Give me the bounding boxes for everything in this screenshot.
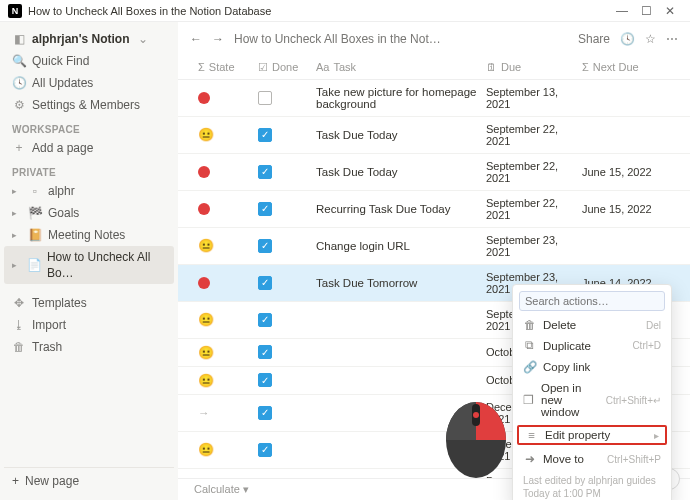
cell-state[interactable] — [194, 80, 254, 116]
cell-task[interactable] — [312, 302, 482, 338]
cell-done[interactable]: ✓ — [254, 367, 312, 394]
close-button[interactable]: ✕ — [658, 4, 682, 18]
checkbox[interactable]: ✓ — [258, 239, 272, 253]
cell-done[interactable]: ✓ — [254, 228, 312, 264]
cell-task[interactable]: Change login URL — [312, 228, 482, 264]
cell-next-due[interactable]: June 15, 2022 — [578, 191, 668, 227]
caret-icon[interactable]: ▸ — [12, 227, 22, 243]
cell-done[interactable]: ✓ — [254, 154, 312, 190]
col-task[interactable]: AaTask — [312, 56, 482, 79]
caret-icon[interactable]: ▸ — [12, 205, 22, 221]
menu-duplicate[interactable]: ⧉DuplicateCtrl+D — [513, 335, 671, 356]
share-button[interactable]: Share — [578, 32, 610, 46]
checkbox[interactable]: ✓ — [258, 276, 272, 290]
cell-next-due[interactable] — [578, 80, 668, 116]
search-icon: 🔍 — [12, 53, 26, 69]
column-headers: ΣState ☑Done AaTask 🗓Due ΣNext Due — [178, 56, 690, 80]
cell-due[interactable]: September 23, 2021 — [482, 228, 578, 264]
menu-open-new-window[interactable]: ❐Open in new windowCtrl+Shift+↵ — [513, 378, 671, 422]
table-row[interactable]: Take new picture for homepage background… — [178, 80, 690, 117]
cell-state[interactable] — [194, 117, 254, 153]
minimize-button[interactable]: — — [610, 4, 634, 18]
cell-done[interactable]: ✓ — [254, 339, 312, 366]
cell-due[interactable]: September 22, 2021 — [482, 117, 578, 153]
cell-task[interactable]: Take new picture for homepage background — [312, 80, 482, 116]
breadcrumb[interactable]: How to Uncheck All Boxes in the Not… — [234, 32, 441, 46]
cell-due[interactable]: September 22, 2021 — [482, 154, 578, 190]
cell-done[interactable]: ✓ — [254, 265, 312, 301]
checkbox[interactable]: ✓ — [258, 202, 272, 216]
cell-task[interactable]: Task Due Today — [312, 117, 482, 153]
cell-state[interactable] — [194, 191, 254, 227]
col-state[interactable]: ΣState — [194, 56, 254, 79]
cell-task[interactable] — [312, 339, 482, 366]
settings-members[interactable]: ⚙Settings & Members — [4, 94, 174, 116]
caret-icon[interactable]: ▸ — [12, 183, 22, 199]
col-due[interactable]: 🗓Due — [482, 56, 578, 79]
cell-next-due[interactable] — [578, 117, 668, 153]
workspace-switcher[interactable]: ◧ alphrjan's Notion ⌄ — [4, 28, 174, 50]
cell-task[interactable]: Recurring Task Due Today — [312, 191, 482, 227]
sidebar-page-goals[interactable]: ▸🏁Goals — [4, 202, 174, 224]
checkbox[interactable]: ✓ — [258, 165, 272, 179]
cell-next-due[interactable] — [578, 228, 668, 264]
updates-icon[interactable]: 🕓 — [620, 32, 635, 46]
new-page[interactable]: +New page — [4, 467, 174, 494]
menu-copy-link[interactable]: 🔗Copy link — [513, 356, 671, 378]
trash[interactable]: 🗑Trash — [4, 336, 174, 358]
back-button[interactable]: ← — [190, 32, 202, 46]
cell-done[interactable]: ✓ — [254, 395, 312, 431]
col-done[interactable]: ☑Done — [254, 56, 312, 79]
menu-edit-property[interactable]: ≡Edit property▸ — [519, 427, 665, 443]
quick-find[interactable]: 🔍Quick Find — [4, 50, 174, 72]
favorite-icon[interactable]: ☆ — [645, 32, 656, 46]
all-updates[interactable]: 🕓All Updates — [4, 72, 174, 94]
cell-due[interactable]: September 22, 2021 — [482, 191, 578, 227]
cell-done[interactable]: ✓ — [254, 117, 312, 153]
cell-due[interactable]: September 13, 2021 — [482, 80, 578, 116]
checkbox[interactable]: ✓ — [258, 345, 272, 359]
calculate-menu[interactable]: Calculate ▾ — [194, 483, 249, 496]
context-search[interactable] — [519, 291, 665, 311]
table-row[interactable]: ✓Change login URLSeptember 23, 2021 — [178, 228, 690, 265]
cell-state[interactable] — [194, 228, 254, 264]
cell-state[interactable] — [194, 367, 254, 394]
table-row[interactable]: ✓Task Due TodaySeptember 22, 2021June 15… — [178, 154, 690, 191]
cell-done[interactable] — [254, 80, 312, 116]
checkbox[interactable]: ✓ — [258, 313, 272, 327]
add-page-workspace[interactable]: +Add a page — [4, 137, 174, 159]
sidebar-page-current[interactable]: ▸📄How to Uncheck All Bo… — [4, 246, 174, 284]
cell-next-due[interactable]: June 15, 2022 — [578, 154, 668, 190]
cell-state[interactable] — [194, 154, 254, 190]
checkbox[interactable]: ✓ — [258, 406, 272, 420]
checkbox[interactable]: ✓ — [258, 128, 272, 142]
table-row[interactable]: ✓Task Due TodaySeptember 22, 2021 — [178, 117, 690, 154]
col-next[interactable]: ΣNext Due — [578, 56, 668, 79]
trash-icon: 🗑 — [12, 339, 26, 355]
sidebar-page-alphr[interactable]: ▸▫alphr — [4, 180, 174, 202]
cell-state[interactable] — [194, 395, 254, 431]
templates[interactable]: ✥Templates — [4, 292, 174, 314]
menu-delete[interactable]: 🗑DeleteDel — [513, 315, 671, 335]
cell-done[interactable]: ✓ — [254, 302, 312, 338]
checkbox[interactable] — [258, 91, 272, 105]
caret-icon[interactable]: ▸ — [12, 257, 21, 273]
cell-done[interactable]: ✓ — [254, 191, 312, 227]
import[interactable]: ⭳Import — [4, 314, 174, 336]
cell-state[interactable] — [194, 339, 254, 366]
cell-done[interactable]: ✓ — [254, 432, 312, 468]
cell-task[interactable]: Task Due Tomorrow — [312, 265, 482, 301]
cell-task[interactable]: Task Due Today — [312, 154, 482, 190]
cell-state[interactable] — [194, 302, 254, 338]
search-input[interactable] — [519, 291, 665, 311]
cell-state[interactable] — [194, 265, 254, 301]
maximize-button[interactable]: ☐ — [634, 4, 658, 18]
forward-button[interactable]: → — [212, 32, 224, 46]
more-icon[interactable]: ⋯ — [666, 32, 678, 46]
menu-move-to[interactable]: ➜Move toCtrl+Shift+P — [513, 448, 671, 470]
checkbox[interactable]: ✓ — [258, 373, 272, 387]
cell-state[interactable] — [194, 432, 254, 468]
sidebar-page-meeting[interactable]: ▸📔Meeting Notes — [4, 224, 174, 246]
checkbox[interactable]: ✓ — [258, 443, 272, 457]
table-row[interactable]: ✓Recurring Task Due TodaySeptember 22, 2… — [178, 191, 690, 228]
